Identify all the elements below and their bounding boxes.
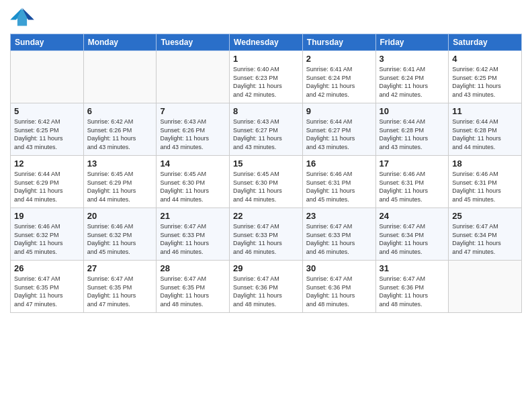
- calendar-week-5: 26Sunrise: 6:47 AM Sunset: 6:35 PM Dayli…: [11, 261, 522, 313]
- day-number: 14: [160, 158, 226, 169]
- day-number: 21: [160, 211, 226, 221]
- day-number: 16: [306, 158, 372, 169]
- day-number: 18: [452, 158, 518, 169]
- day-number: 24: [380, 211, 445, 221]
- day-info: Sunrise: 6:47 AM Sunset: 6:35 PM Dayligh…: [160, 275, 226, 308]
- calendar-cell: 10Sunrise: 6:44 AM Sunset: 6:28 PM Dayli…: [375, 103, 449, 156]
- day-number: 2: [306, 54, 372, 64]
- day-info: Sunrise: 6:47 AM Sunset: 6:36 PM Dayligh…: [233, 275, 299, 308]
- calendar-cell: 16Sunrise: 6:46 AM Sunset: 6:31 PM Dayli…: [302, 156, 375, 208]
- day-number: 9: [306, 106, 372, 116]
- calendar-week-1: 1Sunrise: 6:40 AM Sunset: 6:23 PM Daylig…: [11, 51, 522, 103]
- weekday-thursday: Thursday: [302, 34, 375, 51]
- day-info: Sunrise: 6:44 AM Sunset: 6:29 PM Dayligh…: [14, 170, 80, 203]
- day-info: Sunrise: 6:47 AM Sunset: 6:34 PM Dayligh…: [452, 222, 518, 256]
- calendar-cell: 9Sunrise: 6:44 AM Sunset: 6:27 PM Daylig…: [302, 103, 375, 156]
- day-info: Sunrise: 6:46 AM Sunset: 6:31 PM Dayligh…: [452, 170, 518, 203]
- day-number: 3: [380, 54, 445, 64]
- page: SundayMondayTuesdayWednesdayThursdayFrid…: [0, 0, 532, 411]
- calendar-cell: 27Sunrise: 6:47 AM Sunset: 6:35 PM Dayli…: [83, 261, 157, 313]
- calendar-cell: 13Sunrise: 6:45 AM Sunset: 6:29 PM Dayli…: [83, 156, 157, 208]
- day-info: Sunrise: 6:42 AM Sunset: 6:26 PM Dayligh…: [87, 118, 153, 151]
- day-number: 6: [87, 106, 153, 116]
- calendar-cell: 1Sunrise: 6:40 AM Sunset: 6:23 PM Daylig…: [230, 51, 303, 103]
- weekday-tuesday: Tuesday: [157, 34, 230, 51]
- calendar: SundayMondayTuesdayWednesdayThursdayFrid…: [10, 34, 522, 313]
- calendar-cell: 23Sunrise: 6:47 AM Sunset: 6:33 PM Dayli…: [302, 208, 375, 261]
- day-info: Sunrise: 6:44 AM Sunset: 6:27 PM Dayligh…: [306, 118, 372, 151]
- calendar-cell: 19Sunrise: 6:46 AM Sunset: 6:32 PM Dayli…: [11, 208, 84, 261]
- day-info: Sunrise: 6:47 AM Sunset: 6:34 PM Dayligh…: [380, 222, 445, 256]
- day-number: 5: [14, 106, 80, 116]
- day-info: Sunrise: 6:46 AM Sunset: 6:32 PM Dayligh…: [14, 222, 80, 256]
- day-number: 1: [233, 54, 299, 64]
- weekday-header-row: SundayMondayTuesdayWednesdayThursdayFrid…: [11, 34, 522, 51]
- day-info: Sunrise: 6:42 AM Sunset: 6:25 PM Dayligh…: [14, 118, 80, 151]
- day-info: Sunrise: 6:43 AM Sunset: 6:27 PM Dayligh…: [233, 118, 299, 151]
- logo: [10, 7, 37, 28]
- day-number: 8: [233, 106, 299, 116]
- calendar-cell: [157, 51, 230, 103]
- day-number: 26: [14, 263, 80, 273]
- day-number: 27: [87, 263, 153, 273]
- calendar-cell: 29Sunrise: 6:47 AM Sunset: 6:36 PM Dayli…: [230, 261, 303, 313]
- day-info: Sunrise: 6:43 AM Sunset: 6:26 PM Dayligh…: [160, 118, 226, 151]
- day-info: Sunrise: 6:45 AM Sunset: 6:30 PM Dayligh…: [233, 170, 299, 203]
- calendar-cell: 7Sunrise: 6:43 AM Sunset: 6:26 PM Daylig…: [157, 103, 230, 156]
- day-number: 23: [306, 211, 372, 221]
- calendar-cell: [83, 51, 157, 103]
- calendar-cell: 2Sunrise: 6:41 AM Sunset: 6:24 PM Daylig…: [302, 51, 375, 103]
- day-info: Sunrise: 6:47 AM Sunset: 6:35 PM Dayligh…: [87, 275, 153, 308]
- day-number: 10: [380, 106, 445, 116]
- day-number: 30: [306, 263, 372, 273]
- day-info: Sunrise: 6:44 AM Sunset: 6:28 PM Dayligh…: [380, 118, 445, 151]
- weekday-wednesday: Wednesday: [230, 34, 303, 51]
- calendar-week-4: 19Sunrise: 6:46 AM Sunset: 6:32 PM Dayli…: [11, 208, 522, 261]
- day-info: Sunrise: 6:45 AM Sunset: 6:30 PM Dayligh…: [160, 170, 226, 203]
- day-number: 15: [233, 158, 299, 169]
- calendar-cell: 6Sunrise: 6:42 AM Sunset: 6:26 PM Daylig…: [83, 103, 157, 156]
- day-number: 25: [452, 211, 518, 221]
- calendar-week-2: 5Sunrise: 6:42 AM Sunset: 6:25 PM Daylig…: [11, 103, 522, 156]
- day-info: Sunrise: 6:45 AM Sunset: 6:29 PM Dayligh…: [87, 170, 153, 203]
- calendar-cell: 25Sunrise: 6:47 AM Sunset: 6:34 PM Dayli…: [449, 208, 522, 261]
- calendar-cell: 11Sunrise: 6:44 AM Sunset: 6:28 PM Dayli…: [449, 103, 522, 156]
- calendar-cell: 3Sunrise: 6:41 AM Sunset: 6:24 PM Daylig…: [375, 51, 449, 103]
- calendar-cell: 30Sunrise: 6:47 AM Sunset: 6:36 PM Dayli…: [302, 261, 375, 313]
- calendar-cell: 12Sunrise: 6:44 AM Sunset: 6:29 PM Dayli…: [11, 156, 84, 208]
- day-number: 11: [452, 106, 518, 116]
- calendar-cell: 31Sunrise: 6:47 AM Sunset: 6:36 PM Dayli…: [375, 261, 449, 313]
- day-info: Sunrise: 6:40 AM Sunset: 6:23 PM Dayligh…: [233, 65, 299, 99]
- day-info: Sunrise: 6:47 AM Sunset: 6:36 PM Dayligh…: [306, 275, 372, 308]
- day-number: 13: [87, 158, 153, 169]
- day-info: Sunrise: 6:42 AM Sunset: 6:25 PM Dayligh…: [452, 65, 518, 99]
- day-number: 4: [452, 54, 518, 64]
- calendar-cell: 22Sunrise: 6:47 AM Sunset: 6:33 PM Dayli…: [230, 208, 303, 261]
- day-info: Sunrise: 6:46 AM Sunset: 6:31 PM Dayligh…: [380, 170, 445, 203]
- logo-icon: [10, 7, 34, 28]
- day-info: Sunrise: 6:46 AM Sunset: 6:31 PM Dayligh…: [306, 170, 372, 203]
- calendar-cell: 24Sunrise: 6:47 AM Sunset: 6:34 PM Dayli…: [375, 208, 449, 261]
- calendar-cell: 4Sunrise: 6:42 AM Sunset: 6:25 PM Daylig…: [449, 51, 522, 103]
- day-info: Sunrise: 6:47 AM Sunset: 6:35 PM Dayligh…: [14, 275, 80, 308]
- weekday-saturday: Saturday: [449, 34, 522, 51]
- calendar-cell: [11, 51, 84, 103]
- day-info: Sunrise: 6:46 AM Sunset: 6:32 PM Dayligh…: [87, 222, 153, 256]
- calendar-cell: 20Sunrise: 6:46 AM Sunset: 6:32 PM Dayli…: [83, 208, 157, 261]
- calendar-cell: 21Sunrise: 6:47 AM Sunset: 6:33 PM Dayli…: [157, 208, 230, 261]
- day-number: 19: [14, 211, 80, 221]
- day-number: 29: [233, 263, 299, 273]
- calendar-cell: 28Sunrise: 6:47 AM Sunset: 6:35 PM Dayli…: [157, 261, 230, 313]
- day-info: Sunrise: 6:47 AM Sunset: 6:36 PM Dayligh…: [380, 275, 445, 308]
- day-info: Sunrise: 6:47 AM Sunset: 6:33 PM Dayligh…: [306, 222, 372, 256]
- header: [10, 7, 522, 28]
- calendar-cell: 17Sunrise: 6:46 AM Sunset: 6:31 PM Dayli…: [375, 156, 449, 208]
- weekday-friday: Friday: [375, 34, 449, 51]
- day-number: 28: [160, 263, 226, 273]
- calendar-week-3: 12Sunrise: 6:44 AM Sunset: 6:29 PM Dayli…: [11, 156, 522, 208]
- calendar-cell: 5Sunrise: 6:42 AM Sunset: 6:25 PM Daylig…: [11, 103, 84, 156]
- calendar-cell: 8Sunrise: 6:43 AM Sunset: 6:27 PM Daylig…: [230, 103, 303, 156]
- weekday-monday: Monday: [83, 34, 157, 51]
- day-number: 7: [160, 106, 226, 116]
- calendar-cell: 18Sunrise: 6:46 AM Sunset: 6:31 PM Dayli…: [449, 156, 522, 208]
